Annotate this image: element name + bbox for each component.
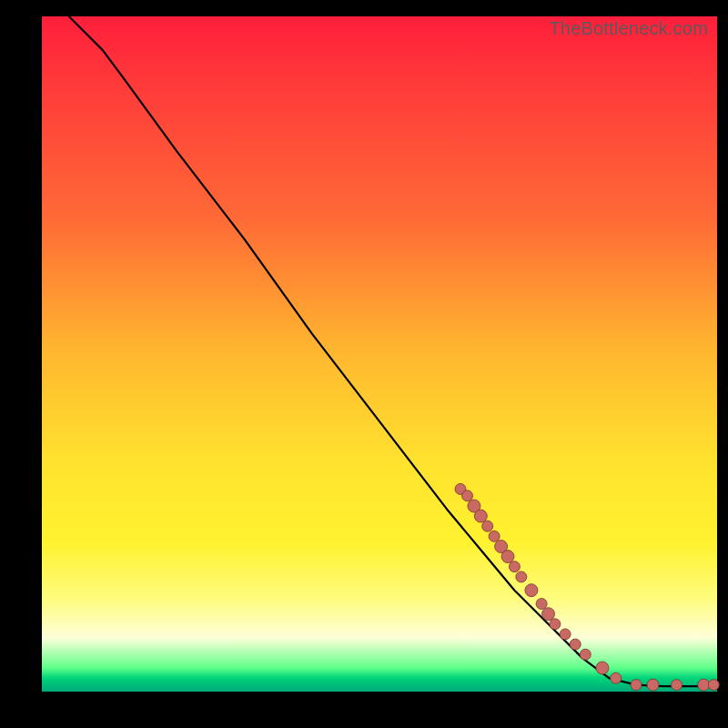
marker-dot (698, 679, 710, 691)
marker-dot (611, 672, 622, 683)
marker-dot (672, 680, 682, 691)
chart-frame: TheBottleneck.com (0, 0, 728, 728)
marker-dot (580, 649, 591, 660)
marker-dot (482, 521, 493, 531)
marker-dot (550, 619, 561, 630)
chart-overlay (42, 16, 717, 692)
marker-dot (516, 571, 527, 582)
bottleneck-curve (69, 16, 717, 686)
marker-dot (525, 584, 538, 597)
marker-dot (647, 679, 659, 691)
plot-area: TheBottleneck.com (42, 16, 717, 692)
marker-dot (596, 662, 609, 674)
marker-dot (501, 551, 514, 563)
marker-dot (560, 629, 571, 640)
marker-dot (474, 510, 487, 522)
marker-dot (509, 561, 520, 572)
marker-dot (536, 599, 547, 610)
marker-dot (542, 608, 555, 621)
marker-dot (489, 531, 500, 541)
marker-dot (570, 639, 581, 650)
marker-dot (631, 680, 642, 691)
marker-dot (708, 680, 719, 691)
marker-group (455, 483, 719, 691)
marker-dot (462, 490, 473, 501)
